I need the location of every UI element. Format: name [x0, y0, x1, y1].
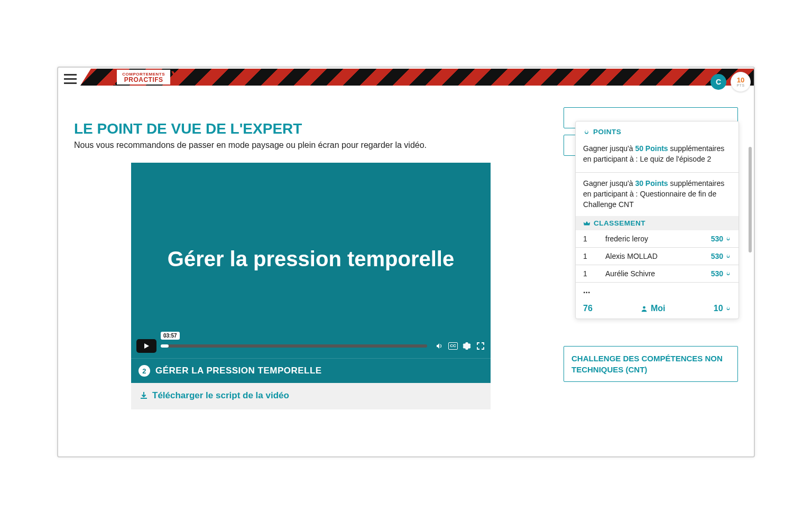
leaderboard-row[interactable]: 1 frederic leroy 530: [576, 230, 739, 248]
video-control-bar: 03:57 CC: [136, 339, 485, 353]
fire-icon: [725, 236, 731, 241]
banner-stripe: ( COMPORTEMENTS PROACTIFS ): [80, 69, 754, 86]
points-opportunity-1[interactable]: Gagner jusqu'à 50 Points supplémentaires…: [576, 139, 739, 171]
fire-icon: [725, 305, 731, 311]
my-label: Moi: [651, 304, 666, 313]
caption-text: GÉRER LA PRESSION TEMPORELLE: [155, 366, 322, 376]
logo: ( COMPORTEMENTS PROACTIFS ): [110, 69, 177, 86]
player-name: Alexis MOLLAD: [598, 248, 690, 265]
user-icon: [641, 305, 648, 312]
download-script-link[interactable]: Télécharger le script de la vidéo: [140, 390, 289, 401]
leaderboard-table: 1 frederic leroy 530 1 Alexis MOLLAD 530…: [576, 230, 739, 283]
leaderboard-me-row[interactable]: 76 Moi 10: [576, 298, 739, 319]
download-row: Télécharger le script de la vidéo: [131, 383, 491, 409]
leaderboard-row[interactable]: 1 Alexis MOLLAD 530: [576, 248, 739, 265]
brand-line-2: PROACTIFS: [124, 77, 163, 83]
challenge-box[interactable]: CHALLENGE DES COMPÉTENCES NON TECHNIQUES…: [564, 346, 738, 382]
leaderboard-heading: CLASSEMENT: [576, 216, 739, 230]
play-button[interactable]: [136, 339, 156, 353]
leaderboard-row[interactable]: 1 Aurélie Schivre 530: [576, 265, 739, 283]
download-label: Télécharger le script de la vidéo: [152, 390, 289, 401]
menu-button[interactable]: [60, 69, 80, 89]
video-caption-bar: 2 GÉRER LA PRESSION TEMPORELLE: [131, 358, 491, 383]
points-value: 10: [737, 77, 744, 83]
points-heading: POINTS: [576, 125, 739, 139]
points-chip[interactable]: 10 PTS: [731, 72, 751, 92]
vertical-scrollbar[interactable]: [749, 147, 752, 252]
time-tooltip: 03:57: [161, 332, 180, 340]
my-rank: 76: [583, 304, 593, 313]
video-player[interactable]: Gérer la pression temporelle 03:57: [131, 163, 491, 358]
side-column: POINTS Gagner jusqu'à 50 Points suppléme…: [564, 91, 738, 409]
score: 530: [711, 269, 723, 278]
player-name: frederic leroy: [598, 230, 690, 248]
rank: 1: [576, 265, 598, 283]
top-right-controls: C 10 PTS: [710, 72, 751, 92]
points-unit: PTS: [736, 83, 744, 87]
volume-icon[interactable]: [435, 341, 444, 351]
logo-paren-open: (: [111, 70, 116, 85]
avatar[interactable]: C: [710, 74, 726, 90]
logo-paren-close: ): [171, 70, 176, 85]
crown-icon: [583, 220, 590, 227]
rank: 1: [576, 248, 598, 265]
player-name: Aurélie Schivre: [598, 265, 690, 283]
page-title: LE POINT DE VUE DE L'EXPERT: [74, 120, 548, 137]
fire-icon: [583, 128, 590, 135]
caption-number-badge: 2: [139, 365, 150, 377]
captions-button[interactable]: CC: [448, 341, 458, 351]
video-headline: Gérer la pression temporelle: [131, 247, 491, 271]
my-score: 10: [714, 304, 723, 313]
fire-icon: [725, 253, 731, 259]
settings-icon[interactable]: [462, 341, 472, 351]
points-leaderboard-panel: POINTS Gagner jusqu'à 50 Points suppléme…: [575, 121, 739, 319]
score: 530: [711, 235, 723, 243]
fire-icon: [725, 270, 731, 276]
video-block: Gérer la pression temporelle 03:57: [131, 163, 491, 409]
score: 530: [711, 252, 723, 260]
rank: 1: [576, 230, 598, 248]
svg-point-0: [643, 306, 645, 309]
points-opportunity-2[interactable]: Gagner jusqu'à 30 Points supplémentaires…: [576, 174, 739, 217]
page-subtitle: Nous vous recommandons de passer en mode…: [74, 141, 548, 150]
top-bar: ( COMPORTEMENTS PROACTIFS ): [58, 68, 754, 91]
main-column: LE POINT DE VUE DE L'EXPERT Nous vous re…: [74, 91, 548, 409]
seek-bar[interactable]: 03:57: [161, 344, 427, 348]
download-icon: [140, 391, 148, 400]
app-frame: ( COMPORTEMENTS PROACTIFS ) C 10 PTS LE …: [57, 67, 755, 457]
fullscreen-icon[interactable]: [476, 341, 485, 351]
leaderboard-ellipsis: ...: [576, 283, 739, 298]
